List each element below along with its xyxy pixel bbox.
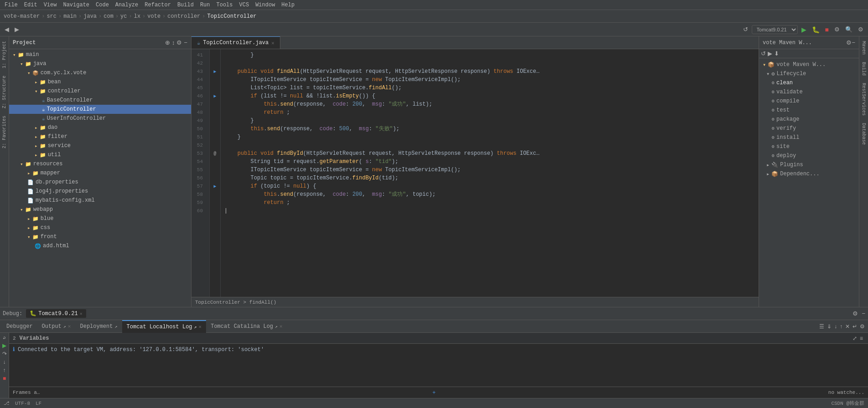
toolbar-clear-btn[interactable]: ✕ — [844, 323, 851, 330]
side-tab-maven[interactable]: Maven — [860, 38, 867, 57]
maven-clean-item[interactable]: ⚙ clean — [759, 78, 859, 87]
side-tab-database[interactable]: Database — [860, 120, 867, 148]
side-tab-favorites[interactable]: 2: Favorites — [1, 113, 8, 151]
maven-plugins-item[interactable]: ▸ 🔌 Plugins — [759, 160, 859, 169]
build-btn[interactable]: ⚙ — [832, 25, 842, 34]
tree-item-package[interactable]: ▾ 📦 com.yc.lx.vote — [9, 68, 191, 77]
side-tab-build[interactable]: Build — [860, 59, 867, 78]
deployment-tab[interactable]: Deployment ↗ — [75, 320, 122, 333]
menu-analyze[interactable]: Analyze — [113, 0, 141, 10]
menu-view[interactable]: View — [41, 0, 60, 10]
tree-item-java[interactable]: ▾ 📁 java — [9, 59, 191, 68]
refresh-btn[interactable]: ↺ — [741, 25, 750, 34]
maven-compile-item[interactable]: ⚙ compile — [759, 97, 859, 106]
maven-verify-item[interactable]: ⚙ verify — [759, 124, 859, 133]
tree-item-topiccontroller[interactable]: ☕ TopicController — [9, 105, 191, 114]
run-btn[interactable]: ▶ — [800, 25, 808, 34]
toolbar-up-btn[interactable]: ↑ — [838, 323, 844, 330]
sidebar-close-btn[interactable]: − — [184, 39, 187, 46]
breadcrumb-com[interactable]: com — [103, 13, 114, 20]
step-into-btn[interactable]: ↓ — [1, 358, 8, 366]
editor-tab-topiccontroller[interactable]: ☕ TopicController.java ✕ — [191, 36, 280, 49]
add-watch-btn[interactable]: + — [431, 389, 437, 396]
step-out-btn[interactable]: ↑ — [1, 367, 8, 374]
maven-package-item[interactable]: ⚙ package — [759, 115, 859, 124]
side-tab-project[interactable]: 1: Project — [1, 38, 8, 71]
breadcrumb-vote[interactable]: vote — [147, 13, 160, 20]
search-btn[interactable]: 🔍 — [843, 25, 854, 34]
breadcrumb-java[interactable]: java — [83, 13, 97, 20]
sidebar-sync-btn[interactable]: ⊕ — [165, 39, 170, 46]
variables-expand-btn[interactable]: ⤢ — [851, 335, 858, 342]
debugger-tab[interactable]: Debugger — [2, 320, 37, 333]
tree-item-dao[interactable]: ▸ 📁 dao — [9, 123, 191, 132]
breadcrumb-controller[interactable]: controller — [167, 13, 200, 20]
back-btn[interactable]: ◀ — [3, 25, 11, 34]
menu-tools[interactable]: Tools — [214, 0, 236, 10]
tree-item-add-html[interactable]: 🌐 add.html — [9, 241, 191, 250]
tomcat-catalina-close[interactable]: ✕ — [279, 323, 283, 329]
tree-item-util[interactable]: ▸ 📁 util — [9, 150, 191, 159]
tree-item-bean[interactable]: ▸ 📁 bean — [9, 77, 191, 87]
maven-dependencies-item[interactable]: ▸ 📦 Dependenc... — [759, 169, 859, 178]
breadcrumb-main[interactable]: main — [63, 13, 77, 20]
tree-item-blue[interactable]: ▸ 📁 blue — [9, 214, 191, 223]
step-over-btn[interactable]: ↷ — [1, 350, 8, 357]
tree-item-webapp[interactable]: ▾ 📁 webapp — [9, 205, 191, 214]
tree-item-main[interactable]: ▾ 📁 main — [9, 50, 191, 59]
tomcat-localhost-close[interactable]: ✕ — [199, 324, 202, 330]
stop-debug-btn[interactable]: ■ — [1, 375, 8, 382]
tree-item-service[interactable]: ▸ 📁 service — [9, 141, 191, 150]
bottom-left-tab-step-over[interactable]: ↻ — [1, 335, 8, 341]
debug-btn[interactable]: 🐛 — [810, 25, 822, 34]
maven-site-item[interactable]: ⚙ site — [759, 142, 859, 151]
stop-btn[interactable]: ■ — [823, 25, 831, 34]
settings-btn[interactable]: ⚙ — [856, 25, 865, 34]
side-tab-restservices[interactable]: RestServices — [860, 80, 867, 118]
tree-item-db-properties[interactable]: 📄 db.properties — [9, 178, 191, 187]
tree-item-mybatis-xml[interactable]: 📄 mybatis-config.xml — [9, 196, 191, 205]
sidebar-settings-btn[interactable]: ⚙ — [176, 39, 182, 46]
tree-item-controller[interactable]: ▾ 📁 controller — [9, 87, 191, 96]
menu-refactor[interactable]: Refactor — [142, 0, 174, 10]
toolbar-filter-btn[interactable]: ☰ — [818, 323, 826, 330]
maven-download-btn[interactable]: ⬇ — [774, 50, 779, 57]
toolbar-down-btn[interactable]: ↓ — [833, 323, 838, 330]
menu-edit[interactable]: Edit — [21, 0, 40, 10]
code-area[interactable]: 41 42 43 44 45 46 47 48 49 50 51 52 53 5… — [191, 49, 759, 297]
toolbar-wrap-btn[interactable]: ↵ — [851, 323, 858, 330]
tree-item-mapper[interactable]: ▸ 📁 mapper — [9, 168, 191, 178]
resume-btn[interactable]: ▶ — [1, 342, 8, 349]
tomcat-localhost-tab[interactable]: Tomcat Localhost Log ↗ ✕ — [122, 320, 207, 333]
toolbar-gear-btn[interactable]: ⚙ — [858, 323, 866, 330]
menu-run[interactable]: Run — [197, 0, 213, 10]
breadcrumb-src[interactable]: src — [46, 13, 57, 20]
debug-minimize-btn[interactable]: − — [862, 310, 865, 317]
maven-settings-btn[interactable]: ⚙ — [846, 39, 852, 46]
maven-validate-item[interactable]: ⚙ validate — [759, 87, 859, 97]
debug-settings-btn[interactable]: ⚙ — [852, 310, 858, 317]
code-content[interactable]: } public void findAll(HttpServletRequest… — [221, 49, 759, 297]
tree-item-basecontroller[interactable]: ☕ BaseController — [9, 96, 191, 105]
tree-item-resources[interactable]: ▾ 📁 resources — [9, 159, 191, 168]
maven-install-item[interactable]: ⚙ install — [759, 133, 859, 142]
menu-vcs[interactable]: VCS — [237, 0, 252, 10]
variables-settings-btn[interactable]: ≡ — [858, 335, 864, 342]
maven-run-btn[interactable]: ▶ — [768, 50, 772, 57]
tree-item-front[interactable]: ▾ 📁 front — [9, 232, 191, 241]
tree-item-userinfocontroller[interactable]: ☕ UserInfoController — [9, 114, 191, 123]
debug-session-close[interactable]: ✕ — [80, 311, 83, 316]
maven-refresh-btn[interactable]: ↺ — [761, 50, 766, 57]
tree-item-log4j-properties[interactable]: 📄 log4j.properties — [9, 187, 191, 196]
tree-item-filter[interactable]: ▸ 📁 filter — [9, 132, 191, 141]
breadcrumb-topiccontroller[interactable]: TopicController — [207, 13, 257, 20]
tree-item-css[interactable]: ▸ 📁 css — [9, 223, 191, 232]
menu-file[interactable]: File — [2, 0, 21, 10]
maven-minimize-btn[interactable]: − — [852, 39, 855, 46]
output-tab[interactable]: Output ↗ ✕ — [37, 320, 76, 333]
breadcrumb-yc[interactable]: yc — [120, 13, 127, 20]
tomcat-catalina-tab[interactable]: Tomcat Catalina Log ↗ ✕ — [206, 320, 287, 333]
side-tab-structure[interactable]: Z: Structure — [1, 73, 8, 111]
menu-build[interactable]: Build — [175, 0, 196, 10]
breadcrumb-lx[interactable]: lx — [134, 13, 140, 20]
